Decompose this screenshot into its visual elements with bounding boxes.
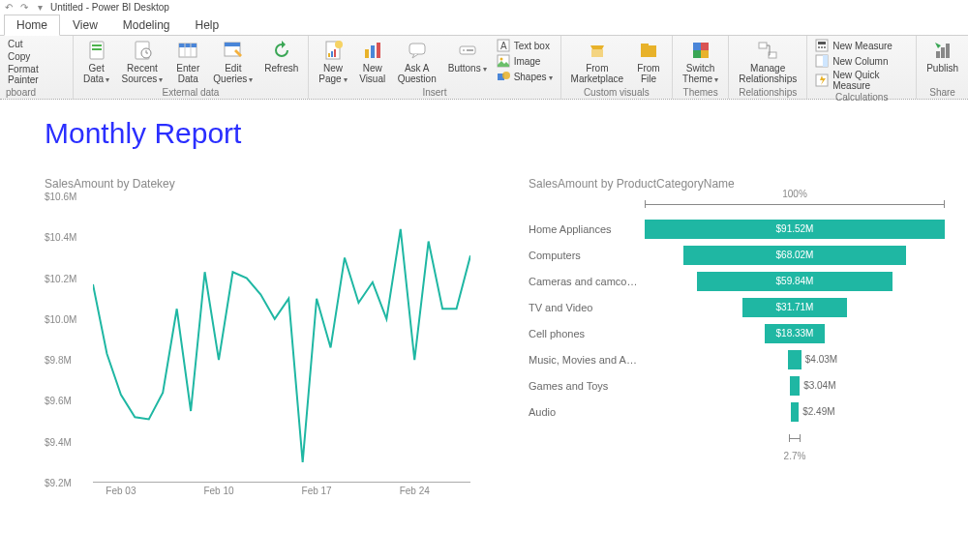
manage-relationships-button[interactable]: Manage Relationships <box>735 38 801 86</box>
svg-rect-39 <box>818 42 826 44</box>
svg-rect-36 <box>759 43 767 48</box>
ask-a-question-button[interactable]: Ask A Question <box>394 38 440 86</box>
text-box-button[interactable]: A Text box <box>495 38 555 53</box>
svg-rect-16 <box>365 49 369 58</box>
window-title: Untitled - Power BI Desktop <box>50 2 169 13</box>
recent-sources-icon <box>132 40 153 61</box>
funnel-category-label: Home Appliances <box>529 223 645 235</box>
publish-button[interactable]: Publish <box>923 38 962 75</box>
svg-rect-29 <box>591 49 603 57</box>
theme-icon <box>690 40 711 61</box>
group-insert: New Page New Visual Ask A Question Butto… <box>309 36 560 99</box>
new-visual-icon <box>362 40 383 61</box>
tab-home[interactable]: Home <box>4 15 60 36</box>
report-canvas[interactable]: Monthly Report SalesAmount by Datekey $9… <box>0 100 968 483</box>
svg-rect-47 <box>941 47 945 58</box>
funnel-category-label: Audio <box>529 406 645 418</box>
qat-caret-icon[interactable]: ▾ <box>35 2 45 12</box>
svg-rect-2 <box>92 48 102 50</box>
funnel-row: Home Appliances$91.52M <box>529 216 945 242</box>
funnel-top-scale: 100% <box>645 196 945 212</box>
undo-icon[interactable]: ↶ <box>4 2 14 12</box>
tab-help[interactable]: Help <box>183 15 232 35</box>
tab-modeling[interactable]: Modeling <box>110 15 183 35</box>
new-column-button[interactable]: New Column <box>813 53 910 69</box>
cut-button[interactable]: Cut <box>6 38 25 50</box>
recent-sources-button[interactable]: Recent Sources <box>118 38 167 87</box>
funnel-bar: $59.84M <box>697 272 893 291</box>
svg-rect-34 <box>693 50 701 58</box>
funnel-bar: $3.04M <box>790 376 800 396</box>
enter-data-icon <box>177 40 198 61</box>
refresh-icon <box>271 40 292 61</box>
funnel-row: Computers$68.02M <box>529 242 945 268</box>
funnel-row: Cameras and camcord...$59.84M <box>529 268 945 294</box>
line-chart-plot: $9.2M$9.4M$9.6M$9.8M$10.0M$10.2M$10.4M$1… <box>45 196 470 483</box>
from-file-icon <box>638 40 659 61</box>
group-label-share: Share <box>929 87 955 98</box>
svg-rect-32 <box>693 43 701 50</box>
get-data-button[interactable]: Get Data <box>79 38 114 87</box>
group-custom-visuals: From Marketplace From File Custom visual… <box>561 36 673 99</box>
tab-view[interactable]: View <box>60 15 110 35</box>
new-measure-button[interactable]: New Measure <box>813 38 910 53</box>
new-quick-measure-button[interactable]: New Quick Measure <box>813 69 910 92</box>
redo-icon[interactable]: ↷ <box>19 2 29 12</box>
ribbon-tabs: Home View Modeling Help <box>0 14 968 35</box>
enter-data-button[interactable]: Enter Data <box>170 38 205 86</box>
funnel-bar: $31.71M <box>742 298 846 317</box>
format-painter-button[interactable]: Format Painter <box>6 63 67 86</box>
switch-theme-button[interactable]: Switch Theme <box>679 38 722 87</box>
funnel-row: Music, Movies and Aud...$4.03M <box>529 346 945 372</box>
shapes-button[interactable]: Shapes <box>495 69 555 84</box>
group-label-clipboard: pboard <box>6 87 36 98</box>
text-box-icon: A <box>497 39 510 52</box>
refresh-button[interactable]: Refresh <box>260 38 302 75</box>
svg-rect-14 <box>334 49 336 57</box>
group-calculations: New Measure New Column New Quick Measure… <box>807 36 917 99</box>
funnel-category-label: Games and Toys <box>529 380 645 392</box>
image-button[interactable]: Image <box>495 53 555 69</box>
title-bar: ↶ ↷ ▾ Untitled - Power BI Desktop <box>0 0 968 14</box>
new-visual-button[interactable]: New Visual <box>355 38 390 86</box>
group-label-custom-visuals: Custom visuals <box>584 87 650 98</box>
funnel-bar: $4.03M <box>788 350 802 369</box>
group-label-calculations: Calculations <box>835 92 888 103</box>
svg-point-15 <box>335 41 343 48</box>
svg-rect-40 <box>818 46 820 48</box>
buttons-button[interactable]: Buttons <box>444 38 491 76</box>
from-file-button[interactable]: From File <box>631 38 666 86</box>
publish-icon <box>932 40 953 61</box>
svg-rect-22 <box>467 49 473 51</box>
line-chart-title: SalesAmount by Datekey <box>45 177 470 191</box>
buttons-icon <box>457 40 478 61</box>
group-share: Publish Share <box>917 36 968 99</box>
page-title: Monthly Report <box>45 117 968 150</box>
svg-rect-10 <box>225 43 240 46</box>
funnel-rows: Home Appliances$91.52MComputers$68.02MCa… <box>529 216 945 425</box>
marketplace-icon <box>587 40 608 61</box>
svg-rect-35 <box>701 50 709 58</box>
svg-rect-44 <box>823 55 828 67</box>
funnel-row: Audio$2.49M <box>529 398 945 425</box>
svg-point-26 <box>499 58 502 61</box>
line-chart[interactable]: SalesAmount by Datekey $9.2M$9.4M$9.6M$9… <box>45 177 470 483</box>
svg-rect-1 <box>92 44 102 46</box>
from-marketplace-button[interactable]: From Marketplace <box>567 38 627 86</box>
funnel-bar: $68.02M <box>683 246 906 265</box>
funnel-category-label: Cameras and camcord... <box>529 276 645 287</box>
get-data-icon <box>86 40 107 61</box>
edit-queries-button[interactable]: Edit Queries <box>209 38 257 87</box>
copy-button[interactable]: Copy <box>6 50 32 63</box>
relationships-icon <box>757 40 778 61</box>
group-label-relationships: Relationships <box>739 87 797 98</box>
group-clipboard: Cut Copy Format Painter pboard <box>0 36 74 99</box>
funnel-category-label: Computers <box>529 250 645 261</box>
group-label-insert: Insert <box>422 87 446 98</box>
funnel-row: TV and Video$31.71M <box>529 294 945 320</box>
new-page-button[interactable]: New Page <box>315 38 350 87</box>
funnel-chart[interactable]: SalesAmount by ProductCategoryName 100% … <box>529 177 945 483</box>
funnel-category-label: Cell phones <box>529 328 645 339</box>
svg-rect-18 <box>377 43 380 58</box>
svg-rect-31 <box>641 44 649 47</box>
